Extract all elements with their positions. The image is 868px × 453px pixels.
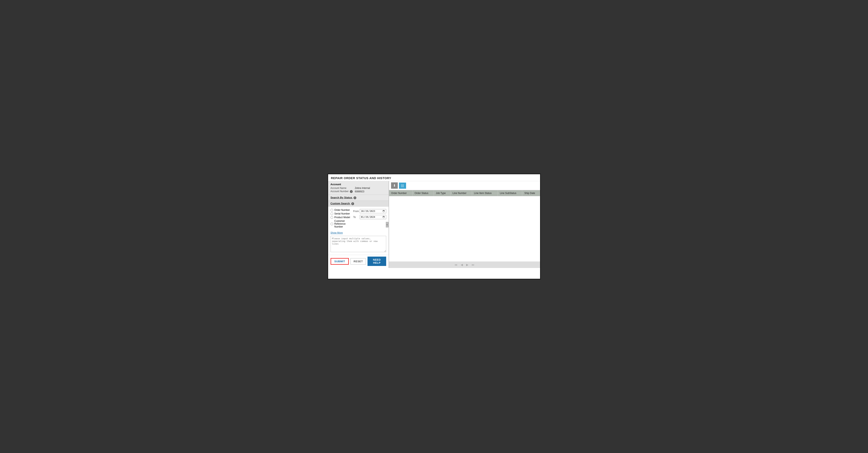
collapse-panel-arrow[interactable]: ‹ <box>386 222 389 228</box>
to-label: To <box>353 216 360 219</box>
col-line-item-status: Line Item Status <box>472 190 498 196</box>
radio-customer-ref[interactable] <box>331 223 333 225</box>
radio-order-number-label: Order Number <box>334 208 350 211</box>
account-name-value: Zebra Internal <box>355 187 370 190</box>
search-textarea[interactable] <box>331 236 386 252</box>
account-section: Account Account Name Zebra Internal Acco… <box>328 181 389 195</box>
radio-group: Order Number Serial Number Product Model <box>331 208 351 229</box>
col-order-number: Order Number <box>389 190 412 196</box>
custom-search-link[interactable]: Custom Search i <box>331 202 354 205</box>
account-number-label: Account Number i <box>331 190 355 193</box>
account-section-title: Account <box>331 183 386 186</box>
submit-button[interactable]: SUBMIT <box>331 258 349 265</box>
custom-search-info-icon: i <box>351 202 354 205</box>
col-line-substatus: Line SubStatus <box>498 190 522 196</box>
chevron-left-icon: ‹ <box>386 223 388 226</box>
table-header-row: Order Number Order Status Job Type Line … <box>389 190 540 196</box>
download-button[interactable]: ⬇ <box>391 182 398 189</box>
pagination-first[interactable]: ⏮ <box>454 263 458 267</box>
account-number-value: 6088923 <box>355 190 365 193</box>
page-title: REPAIR ORDER STATUS AND HISTORY <box>328 174 540 181</box>
custom-search-section: Custom Search i <box>328 201 389 206</box>
col-job-type: Job Type <box>434 190 451 196</box>
pagination-next[interactable]: ▶ <box>465 263 469 267</box>
columns-button[interactable]: ||| <box>399 182 406 189</box>
account-name-label: Account Name <box>331 187 355 190</box>
radio-product-model-label: Product Model <box>334 216 350 219</box>
columns-icon: ||| <box>401 184 404 188</box>
col-order-status: Order Status <box>412 190 434 196</box>
search-by-status-link[interactable]: Search By Status i <box>331 196 356 199</box>
toolbar: ⬇ ||| <box>389 181 540 190</box>
radio-serial-number-label: Serial Number <box>334 212 350 215</box>
table-container: Order Number Order Status Job Type Line … <box>389 190 540 261</box>
table-header: Order Number Order Status Job Type Line … <box>389 190 540 196</box>
radio-product-model[interactable] <box>331 216 333 219</box>
button-row: SUBMIT RESET NEED HELP <box>328 255 389 268</box>
from-label: From <box>353 210 360 213</box>
download-icon: ⬇ <box>393 183 396 188</box>
radio-order-number[interactable] <box>331 209 333 211</box>
pagination-bar: ⏮ ◀ ▶ ⏭ <box>389 261 540 268</box>
radio-customer-ref-label: Customer Reference Number <box>334 220 351 228</box>
col-ship-date: Ship Date <box>522 190 540 196</box>
date-range-section: From To <box>353 209 386 229</box>
right-panel: ⬇ ||| Order Number Order Status Job Type… <box>389 181 540 268</box>
search-by-status-section: Search By Status i <box>328 195 389 201</box>
pagination-prev[interactable]: ◀ <box>460 263 464 267</box>
show-more-link[interactable]: Show More <box>331 231 343 234</box>
textarea-section <box>328 236 389 255</box>
reset-button[interactable]: RESET <box>350 258 366 264</box>
radio-serial-number[interactable] <box>331 213 333 215</box>
pagination-last[interactable]: ⏭ <box>471 263 475 267</box>
search-form: Order Number Serial Number Product Model <box>328 206 389 236</box>
need-help-button[interactable]: NEED HELP <box>368 257 386 266</box>
date-from-input[interactable] <box>360 209 386 213</box>
data-table: Order Number Order Status Job Type Line … <box>389 190 540 196</box>
date-to-input[interactable] <box>360 215 386 219</box>
search-by-status-info-icon: i <box>353 196 356 199</box>
col-line-number: Line Number <box>451 190 472 196</box>
account-number-info-icon: i <box>350 190 353 193</box>
